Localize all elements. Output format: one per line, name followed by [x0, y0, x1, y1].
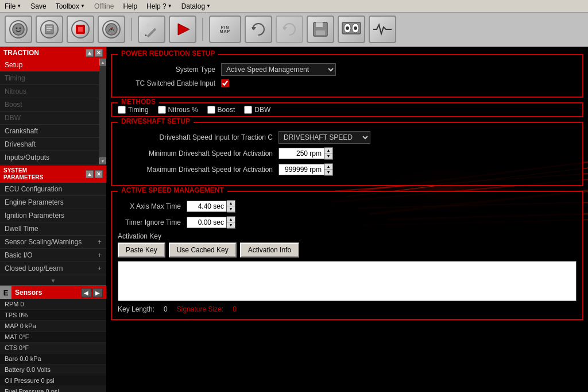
sidebar-item-setup[interactable]: Setup — [0, 59, 99, 72]
toolbar-separator-1 — [131, 18, 132, 41]
toolbar-btn-monitor[interactable] — [338, 16, 365, 43]
toolbar-btn-refresh2[interactable] — [276, 16, 303, 43]
driveshaft-title: DRIVESHAFT SETUP — [118, 117, 194, 125]
asm-title: ACTIVE SPEED MANAGEMENT — [118, 186, 227, 194]
face-icon — [9, 20, 28, 39]
svg-rect-4 — [47, 26, 52, 28]
toolbar-btn-4[interactable] — [98, 16, 125, 43]
tc-switched-label: TC Switched Enable Input — [118, 79, 221, 87]
system-type-select[interactable]: Active Speed Management Percentage Disab… — [221, 63, 336, 76]
sidebar-item-ecu-config[interactable]: ECU Configuration — [0, 183, 106, 196]
sidebar-item-dbw[interactable]: DBW — [0, 112, 99, 125]
sidebar-item-boost[interactable]: Boost — [0, 98, 99, 112]
sidebar-item-nitrous[interactable]: Nitrous — [0, 85, 99, 98]
tc-switched-checkbox[interactable] — [221, 79, 229, 87]
refresh2-icon — [280, 20, 299, 39]
pin-map-button[interactable]: PIN MAP — [209, 16, 241, 43]
menu-datalog[interactable]: Datalog ▼ — [177, 1, 215, 11]
ds-input-select[interactable]: DRIVESHAFT SPEED WHEEL SPEED — [278, 131, 370, 144]
method-nitrous: Nitrous % — [158, 106, 198, 114]
asm-x-axis-up[interactable]: ▲ — [227, 201, 235, 206]
toolbar-btn-save[interactable] — [307, 16, 334, 43]
method-dbw-checkbox[interactable] — [244, 106, 252, 114]
traction-close-btn[interactable]: ✕ — [95, 49, 103, 57]
signature-size-value: 0 — [233, 305, 237, 313]
method-timing: Timing — [118, 106, 149, 114]
ds-max-field[interactable] — [278, 164, 324, 175]
toolbar-btn-ecg[interactable] — [369, 16, 396, 43]
signature-size-label: Signature Size: — [177, 305, 223, 313]
asm-content: X Axis Max Time ▲ ▼ Timer Ignore Time — [112, 192, 582, 319]
sensors-header-row: E Sensors ◀ ▶ — [0, 286, 106, 299]
ds-max-input: ▲ ▼ — [278, 163, 333, 176]
asm-timer-field[interactable] — [187, 217, 227, 228]
toolbar-btn-6[interactable] — [169, 16, 196, 43]
svg-marker-13 — [145, 34, 147, 36]
sys-params-close-btn[interactable]: ✕ — [95, 170, 103, 178]
ds-min-down[interactable]: ▼ — [324, 153, 332, 159]
tc-switched-row: TC Switched Enable Input — [118, 79, 577, 87]
menu-file[interactable]: File ▼ — [0, 1, 26, 11]
sys-params-collapse-btn[interactable]: ▲ — [86, 170, 94, 178]
activation-info-button[interactable]: Activation Info — [240, 243, 299, 258]
sensor-tps: TPS 0% — [0, 310, 106, 321]
traction-collapse-btn[interactable]: ▲ — [86, 49, 94, 57]
method-nitrous-checkbox[interactable] — [158, 106, 166, 114]
sidebar-item-inputs-outputs[interactable]: Inputs/Outputs — [0, 151, 99, 164]
sensor-map: MAP 0 kPa — [0, 321, 106, 332]
ecg-icon — [372, 20, 393, 39]
sidebar-item-closed-loop[interactable]: Closed Loop/Learn + — [0, 262, 106, 275]
method-timing-checkbox[interactable] — [118, 106, 126, 114]
toolbar-separator-2 — [202, 18, 203, 41]
sensors-e-label: E — [0, 286, 11, 299]
toolbar-btn-refresh[interactable] — [245, 16, 272, 43]
power-reduction-title: POWER REDUCTION SETUP — [118, 49, 218, 57]
svg-rect-19 — [316, 22, 323, 27]
sidebar-item-timing[interactable]: Timing — [0, 72, 99, 85]
sidebar-item-dwell-time[interactable]: Dwell Time — [0, 222, 106, 236]
methods-panel: METHODS Timing Nitrous % Boost DBW — [111, 102, 583, 117]
menu-help-q[interactable]: Help ? ▼ — [142, 1, 177, 11]
toolbar-btn-3[interactable] — [67, 16, 94, 43]
system-params-header: SYSTEMPARAMETERS ▲ ✕ — [0, 166, 106, 183]
asm-timer-up[interactable]: ▲ — [227, 217, 235, 222]
menu-toolbox-arrow: ▼ — [80, 3, 85, 9]
traction-scrollbar[interactable]: ▲ ▼ — [99, 59, 106, 164]
toolbar-btn-5[interactable] — [138, 16, 165, 43]
system-type-row: System Type Active Speed Management Perc… — [118, 63, 577, 76]
ds-max-up[interactable]: ▲ — [324, 164, 332, 170]
menu-toolbox[interactable]: Toolbox ▼ — [51, 1, 90, 11]
toolbar-btn-1[interactable] — [5, 16, 32, 43]
sidebar-scroll-down[interactable]: ▼ — [0, 276, 106, 285]
sidebar-item-crankshaft[interactable]: Crankshaft — [0, 125, 99, 138]
driveshaft-panel: DRIVESHAFT SETUP Driveshaft Speed Input … — [111, 122, 583, 186]
asm-x-axis-down[interactable]: ▼ — [227, 206, 235, 212]
toolbar-btn-2[interactable] — [36, 16, 63, 43]
asm-timer-down[interactable]: ▼ — [227, 222, 235, 228]
sensors-panel: E Sensors ◀ ▶ RPM 0 TPS 0% MAP 0 kPa MAT… — [0, 285, 106, 392]
sensors-prev-btn[interactable]: ◀ — [81, 288, 91, 297]
activation-key-textarea[interactable] — [118, 261, 577, 301]
content-area: POWER REDUCTION SETUP System Type Active… — [106, 47, 588, 392]
asm-x-axis-field[interactable] — [187, 201, 227, 212]
methods-title: METHODS — [118, 98, 159, 106]
sidebar-item-engine-params[interactable]: Engine Parameters — [0, 196, 106, 209]
sidebar-item-driveshaft[interactable]: Driveshaft — [0, 138, 99, 151]
sidebar-item-basic-io[interactable]: Basic I/O + — [0, 249, 106, 262]
sensors-next-btn[interactable]: ▶ — [92, 288, 103, 297]
key-info-row: Key Length: 0 Signature Size: 0 — [118, 305, 577, 313]
svg-point-24 — [346, 26, 349, 30]
menu-offline[interactable]: Offline — [90, 1, 118, 11]
menu-save[interactable]: Save — [26, 1, 51, 11]
ds-min-up[interactable]: ▲ — [324, 148, 332, 153]
ds-min-label: Minimum Driveshaft Speed for Activation — [118, 149, 278, 157]
paste-key-button[interactable]: Paste Key — [118, 243, 165, 258]
svg-rect-3 — [45, 25, 53, 34]
method-boost-checkbox[interactable] — [207, 106, 215, 114]
menu-help[interactable]: Help — [118, 1, 142, 11]
ds-max-down[interactable]: ▼ — [324, 170, 332, 175]
sidebar-item-sensor-scaling[interactable]: Sensor Scaling/Warnings + — [0, 236, 106, 249]
use-cached-key-button[interactable]: Use Cached Key — [169, 243, 237, 258]
ds-min-field[interactable] — [278, 148, 324, 159]
sidebar-item-ignition-params[interactable]: Ignition Parameters — [0, 209, 106, 222]
